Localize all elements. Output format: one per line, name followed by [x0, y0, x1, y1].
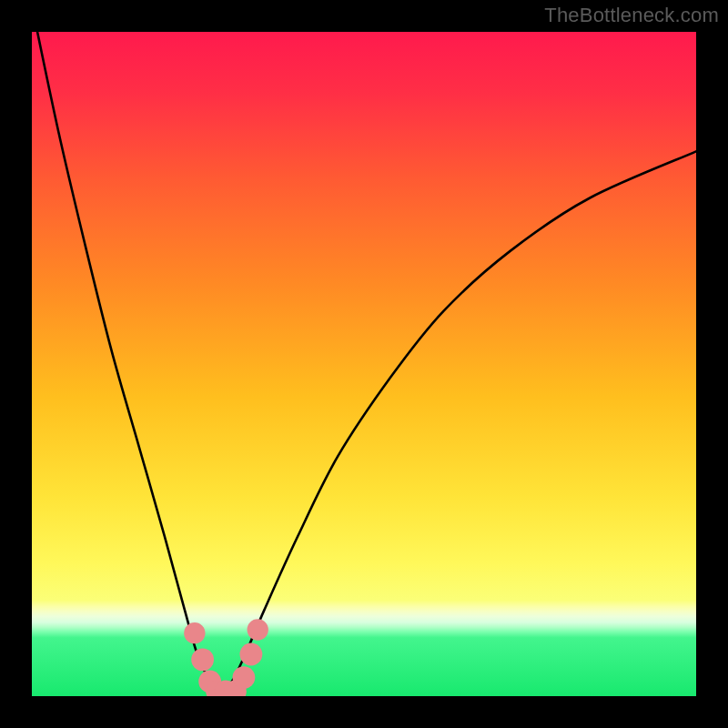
curve-marker: [232, 666, 255, 689]
watermark-text: TheBottleneck.com: [544, 4, 719, 27]
plot-area: [32, 32, 696, 696]
curve-marker: [239, 643, 262, 666]
chart-frame: TheBottleneck.com: [0, 0, 728, 728]
curve-marker: [184, 622, 205, 643]
curve-marker: [191, 648, 214, 671]
bottleneck-curve-layer: [32, 32, 696, 696]
bottleneck-curve: [32, 32, 696, 693]
curve-marker: [248, 619, 268, 640]
